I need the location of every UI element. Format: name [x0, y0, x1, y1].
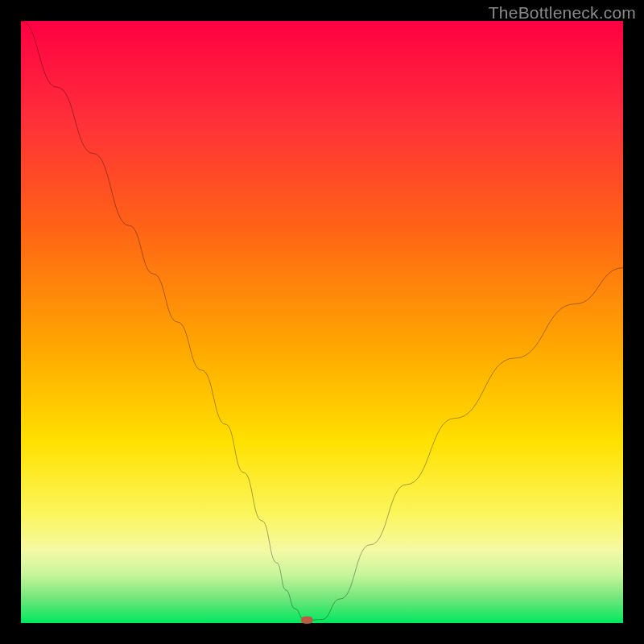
plot-area: [21, 21, 623, 623]
watermark-text: TheBottleneck.com: [489, 3, 636, 23]
chart-frame: TheBottleneck.com: [0, 0, 644, 644]
bottleneck-curve: [21, 21, 623, 623]
minimum-marker: [301, 617, 313, 624]
curve-path: [21, 21, 623, 620]
